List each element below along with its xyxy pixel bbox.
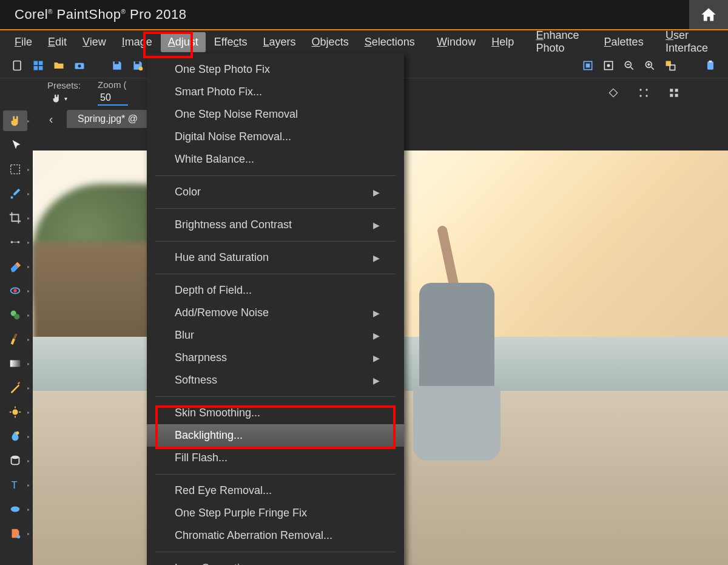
home-button[interactable]	[689, 0, 728, 29]
dd-brightness-contrast[interactable]: Brightness and Contrast▶	[147, 214, 404, 236]
dd-depth-of-field[interactable]: Depth of Field...	[147, 279, 404, 302]
svg-point-6	[78, 64, 81, 67]
gradient-tool[interactable]	[3, 353, 27, 374]
pen-tool[interactable]	[3, 377, 27, 398]
home-icon	[700, 6, 717, 23]
dd-add-remove-noise[interactable]: Add/Remove Noise▶	[147, 302, 404, 324]
menu-effects[interactable]: Effects	[207, 32, 255, 52]
text-tool[interactable]: T	[3, 475, 27, 495]
picture-tube-tool[interactable]	[3, 450, 27, 471]
option-icon-1[interactable]	[607, 86, 620, 100]
submenu-arrow-icon: ▶	[373, 376, 380, 385]
dd-sharpness[interactable]: Sharpness▶	[147, 347, 404, 369]
presets-dropdown[interactable]: ▾	[47, 92, 81, 105]
dd-hue-saturation[interactable]: Hue and Saturation▶	[147, 246, 404, 269]
dd-fill-flash[interactable]: Fill Flash...	[147, 447, 404, 469]
zoom-out-icon[interactable]	[622, 59, 636, 72]
menu-image[interactable]: Image	[115, 32, 160, 52]
actual-size-icon[interactable]	[602, 59, 615, 72]
dropper-tool[interactable]	[3, 183, 27, 204]
dd-digital-noise-removal[interactable]: Digital Noise Removal...	[147, 126, 404, 148]
red-eye-tool[interactable]	[3, 280, 27, 301]
presets-label: Presets:	[47, 80, 81, 90]
svg-rect-29	[670, 89, 673, 92]
dd-softness[interactable]: Softness▶	[147, 369, 404, 391]
menu-layers[interactable]: Layers	[256, 32, 303, 52]
paintbrush-tool[interactable]	[3, 329, 27, 350]
dd-skin-smoothing[interactable]: Skin Smoothing...	[147, 402, 404, 424]
svg-rect-31	[670, 93, 673, 96]
dd-separator	[155, 208, 396, 209]
svg-point-41	[14, 314, 19, 319]
crop-tool[interactable]	[3, 208, 27, 228]
pan-tool[interactable]	[3, 110, 27, 131]
dd-one-step-purple-fringe[interactable]: One Step Purple Fringe Fix	[147, 502, 404, 524]
submenu-arrow-icon: ▶	[373, 220, 380, 230]
menu-selections[interactable]: Selections	[357, 32, 422, 52]
dd-smart-photo-fix[interactable]: Smart Photo Fix...	[147, 81, 404, 103]
svg-rect-32	[675, 93, 678, 96]
menu-user-interface[interactable]: User Interface	[658, 25, 721, 58]
grid-icon[interactable]	[32, 59, 45, 72]
option-icon-3[interactable]	[667, 86, 681, 100]
svg-point-50	[12, 456, 19, 459]
new-file-icon[interactable]	[11, 59, 24, 72]
option-icon-2[interactable]	[637, 86, 650, 100]
svg-point-26	[645, 89, 647, 90]
camera-icon[interactable]	[73, 59, 86, 72]
straighten-tool[interactable]	[3, 232, 27, 252]
app-title: Corel® PaintShop® Pro 2018	[15, 7, 186, 22]
svg-point-27	[639, 95, 641, 96]
menu-palettes[interactable]: Palettes	[597, 32, 651, 52]
svg-text:T: T	[12, 479, 18, 490]
svg-rect-3	[34, 66, 38, 70]
menu-file[interactable]: File	[7, 32, 39, 52]
submenu-arrow-icon: ▶	[373, 308, 380, 318]
menu-view[interactable]: View	[75, 32, 113, 52]
menu-enhance-photo[interactable]: Enhance Photo	[529, 25, 596, 58]
svg-line-15	[631, 67, 633, 70]
clipboard-icon[interactable]	[704, 59, 717, 72]
fit-window-icon[interactable]	[581, 59, 595, 72]
lighten-tool[interactable]	[3, 402, 27, 422]
eraser-tool[interactable]	[3, 256, 27, 277]
dd-color[interactable]: Color▶	[147, 181, 404, 203]
svg-rect-1	[34, 61, 38, 66]
shape-tool[interactable]	[3, 499, 27, 519]
zoom-in-icon[interactable]	[643, 59, 656, 72]
menu-edit[interactable]: Edit	[41, 32, 74, 52]
pointer-tool[interactable]	[4, 135, 29, 155]
color-replacer-tool[interactable]	[3, 426, 27, 447]
dd-chromatic-aberration[interactable]: Chromatic Aberration Removal...	[147, 524, 404, 547]
menu-window[interactable]: Window	[430, 32, 483, 52]
dd-white-balance[interactable]: White Balance...	[147, 148, 404, 171]
dd-one-step-noise-removal[interactable]: One Step Noise Removal	[147, 103, 404, 126]
svg-rect-11	[586, 64, 590, 68]
clone-tool[interactable]	[3, 305, 27, 325]
dd-blur[interactable]: Blur▶	[147, 324, 404, 347]
dd-separator	[155, 474, 396, 475]
svg-point-9	[139, 67, 143, 71]
document-tab[interactable]: Spring.jpg* @	[67, 110, 149, 128]
menu-objects[interactable]: Objects	[305, 32, 356, 52]
submenu-arrow-icon: ▶	[373, 253, 380, 263]
svg-point-39	[13, 289, 17, 293]
dd-lens-correction[interactable]: Lens Correction ...	[147, 557, 404, 565]
selection-tool[interactable]	[3, 159, 27, 180]
svg-line-18	[652, 67, 654, 70]
dd-separator	[155, 274, 396, 274]
adjust-dropdown: One Step Photo Fix Smart Photo Fix... On…	[147, 53, 404, 565]
save-as-icon[interactable]	[131, 59, 144, 72]
flood-fill-tool[interactable]	[3, 523, 27, 544]
zoom-input[interactable]	[98, 91, 128, 106]
save-icon[interactable]	[110, 59, 124, 72]
dd-backlighting[interactable]: Backlighting...	[147, 424, 404, 447]
menu-help[interactable]: Help	[484, 32, 521, 52]
dd-red-eye-removal[interactable]: Red Eye Removal...	[147, 479, 404, 502]
menu-adjust[interactable]: Adjust	[161, 32, 206, 52]
tab-nav-left[interactable]: ‹	[42, 110, 59, 127]
submenu-arrow-icon: ▶	[373, 353, 380, 363]
open-folder-icon[interactable]	[52, 59, 66, 72]
resize-icon[interactable]	[664, 59, 677, 72]
dd-one-step-photo-fix[interactable]: One Step Photo Fix	[147, 58, 404, 81]
